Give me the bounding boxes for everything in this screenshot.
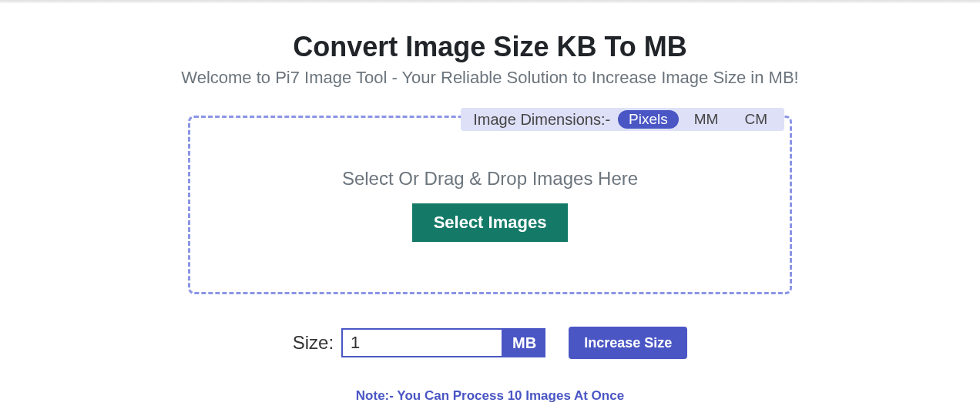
select-images-button[interactable]: Select Images [412, 203, 569, 242]
drop-zone[interactable]: Select Or Drag & Drop Images Here Select… [188, 116, 792, 294]
dropzone-wrapper: Image Dimensions:- Pixels MM CM Select O… [188, 116, 792, 294]
size-input[interactable] [341, 328, 503, 357]
increase-size-button[interactable]: Increase Size [569, 327, 687, 359]
page-title: Convert Image Size KB To MB [0, 31, 980, 63]
controls-row: Size: MB Increase Size [0, 327, 980, 359]
drop-text: Select Or Drag & Drop Images Here [342, 168, 638, 190]
dimensions-label: Image Dimensions:- [473, 111, 610, 129]
dimensions-bar: Image Dimensions:- Pixels MM CM [461, 108, 784, 131]
note-text: Note:- You Can Process 10 Images At Once [0, 388, 980, 404]
size-unit-label: MB [503, 328, 545, 357]
unit-mm-button[interactable]: MM [683, 110, 730, 129]
unit-pixels-button[interactable]: Pixels [618, 110, 679, 129]
size-label: Size: [293, 332, 334, 354]
main-container: Convert Image Size KB To MB Welcome to P… [0, 3, 980, 404]
page-subtitle: Welcome to Pi7 Image Tool - Your Reliabl… [0, 68, 980, 88]
unit-cm-button[interactable]: CM [733, 110, 778, 129]
